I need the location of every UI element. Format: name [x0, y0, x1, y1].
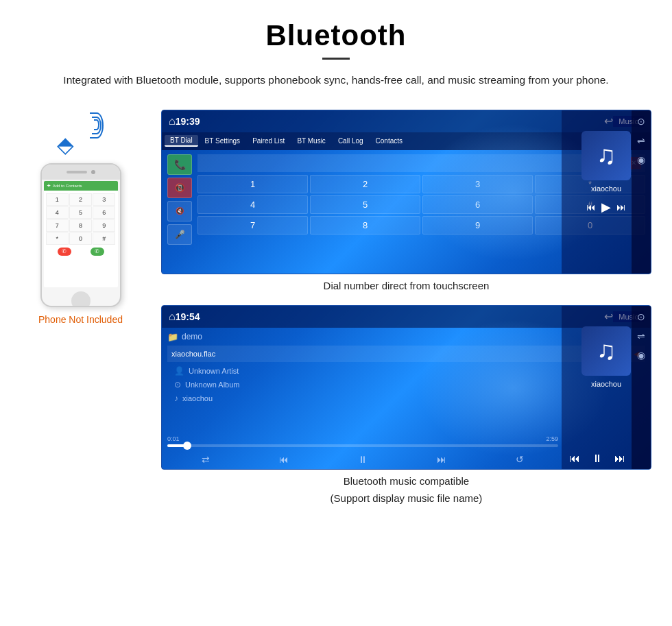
dial-key-8: 8 [310, 216, 420, 234]
phone-section: ⬘ + Add to Contacts 123 456 [21, 110, 141, 325]
screen2-music-note-icon: ♫ [597, 336, 616, 365]
screen1-music-controls: ⏮ ▶ ⏭ [586, 200, 626, 215]
dial-key-1: 1 [197, 175, 308, 193]
phone-illustration: + Add to Contacts 123 456 789 *0# ✆ ✆ [40, 163, 121, 307]
phone-screen-header: + Add to Contacts [44, 181, 118, 191]
screen2-side-icon-1: ⊙ [637, 311, 645, 322]
dial-end-button: 📵 [167, 178, 192, 198]
progress-dot [183, 442, 191, 450]
screen2-home-icon: ⌂ [169, 311, 176, 323]
screenshots-section: ⌂ 19:39 ↩ Music BT Dial BT Settings Pair… [161, 110, 651, 505]
meta-song-text: xiaochou [182, 394, 213, 402]
phone-speaker [67, 171, 87, 173]
screen2-caption-1: Bluetooth music compatible [161, 475, 651, 487]
prev-track-icon: ⏮ [586, 202, 596, 213]
dial-key-7: 7 [197, 216, 308, 234]
screen1-time: 19:39 [176, 116, 200, 127]
prev-icon: ⏮ [279, 454, 289, 465]
tab-paired-list: Paired List [247, 136, 290, 146]
screen2-caption-block: Bluetooth music compatible (Support disp… [161, 475, 651, 504]
progress-bar [167, 444, 558, 447]
music-note-icon: ♫ [597, 141, 616, 170]
tab-contacts: Contacts [370, 136, 408, 146]
title-divider [322, 58, 350, 60]
screen2-album-art: ♫ [581, 326, 631, 376]
screen1-track-name: xiaochou [591, 184, 621, 193]
meta-artist-text: Unknown Artist [189, 367, 239, 375]
side-icon-1: ⊙ [637, 116, 645, 127]
side-icon-3: ◉ [637, 154, 645, 165]
dial-mute-button: 🔇 [167, 201, 192, 221]
screen1-home-icon: ⌂ [169, 115, 176, 128]
screen-music-panel: ⌂ 19:54 ↩ Music 📁 demo xiaochou.flac ◄ [161, 305, 651, 470]
bottom-controls-bar: ⇄ ⏮ ⏸ ⏭ ↺ [167, 454, 558, 465]
progress-area: 0:01 2:59 [167, 435, 558, 447]
screen2-time: 19:54 [176, 311, 200, 322]
phone-screen: + Add to Contacts 123 456 789 *0# ✆ ✆ [44, 181, 118, 287]
screen2-next-icon: ⏭ [614, 453, 625, 465]
screen2-prev-icon: ⏮ [569, 453, 580, 465]
page-title: Bluetooth [0, 19, 672, 52]
phone-home-button [71, 291, 91, 307]
side-icon-2: ⇌ [637, 135, 645, 146]
dial-key-9: 9 [422, 216, 533, 234]
screen1-side-icons: ⊙ ⇌ ◉ [632, 110, 651, 274]
screenshot-music-block: ⌂ 19:54 ↩ Music 📁 demo xiaochou.flac ◄ [161, 305, 651, 504]
file-name: xiaochou.flac [171, 350, 215, 358]
folder-name: demo [182, 332, 202, 341]
screen-dial-panel: ⌂ 19:39 ↩ Music BT Dial BT Settings Pair… [161, 110, 651, 274]
dial-side-buttons: 📞 📵 🔇 🎤 [167, 154, 192, 245]
meta-song-icon: ♪ [174, 394, 178, 403]
dial-mic-button: 🎤 [167, 224, 192, 245]
tab-call-log: Call Log [333, 136, 369, 146]
folder-icon: 📁 [167, 332, 178, 342]
dial-call-button: 📞 [167, 154, 192, 175]
next-track-icon: ⏭ [616, 202, 626, 213]
skip-icon: ⏭ [437, 454, 446, 465]
progress-times: 0:01 2:59 [167, 435, 558, 442]
screen2-music-controls: ⏮ ⏸ ⏭ [563, 453, 632, 465]
screen2-side-icon-3: ◉ [637, 350, 645, 361]
tab-bt-music: BT Music [291, 136, 331, 146]
page-subtitle: Integrated with Bluetooth module, suppor… [27, 72, 645, 89]
screen2-caption-2: (Support display music file name) [161, 492, 651, 504]
dial-key-4: 4 [197, 195, 308, 214]
tab-bt-settings: BT Settings [200, 136, 246, 146]
pause-icon: ⏸ [358, 454, 368, 465]
screenshot-dial-block: ⌂ 19:39 ↩ Music BT Dial BT Settings Pair… [161, 110, 651, 304]
phone-camera [91, 170, 95, 174]
screen1-caption: Dial number direct from touchscreen [161, 280, 651, 291]
bluetooth-signal-illustration: ⬘ [57, 117, 105, 158]
screen2-side-icons: ⊙ ⇌ ◉ [632, 306, 651, 469]
dial-key-3: 3 [422, 175, 533, 193]
dial-key-5: 5 [310, 195, 420, 214]
play-icon: ▶ [601, 200, 611, 215]
shuffle-icon: ⇄ [202, 454, 210, 465]
phone-top-bar [42, 165, 120, 180]
phone-not-included-label: Phone Not Included [38, 314, 123, 325]
screen1-album-art: ♫ [581, 131, 631, 180]
screen2-track-name: xiaochou [591, 380, 621, 388]
screen2-side-icon-2: ⇌ [637, 330, 645, 341]
meta-album-icon: ⊙ [174, 380, 181, 389]
meta-album-text: Unknown Album [185, 381, 240, 389]
signal-arcs [94, 119, 104, 139]
time-end: 2:59 [546, 435, 558, 442]
tab-bt-dial: BT Dial [165, 135, 198, 147]
phone-dial-grid: 123 456 789 *0# [44, 191, 118, 245]
meta-artist-icon: 👤 [174, 366, 184, 376]
phone-bottom-buttons: ✆ ✆ [44, 245, 118, 256]
dial-key-2: 2 [310, 175, 420, 193]
time-start: 0:01 [167, 435, 180, 442]
dial-key-6: 6 [422, 195, 533, 214]
bluetooth-icon: ⬘ [57, 132, 74, 158]
repeat-icon: ↺ [516, 454, 524, 465]
screen2-pause-icon: ⏸ [592, 453, 603, 465]
